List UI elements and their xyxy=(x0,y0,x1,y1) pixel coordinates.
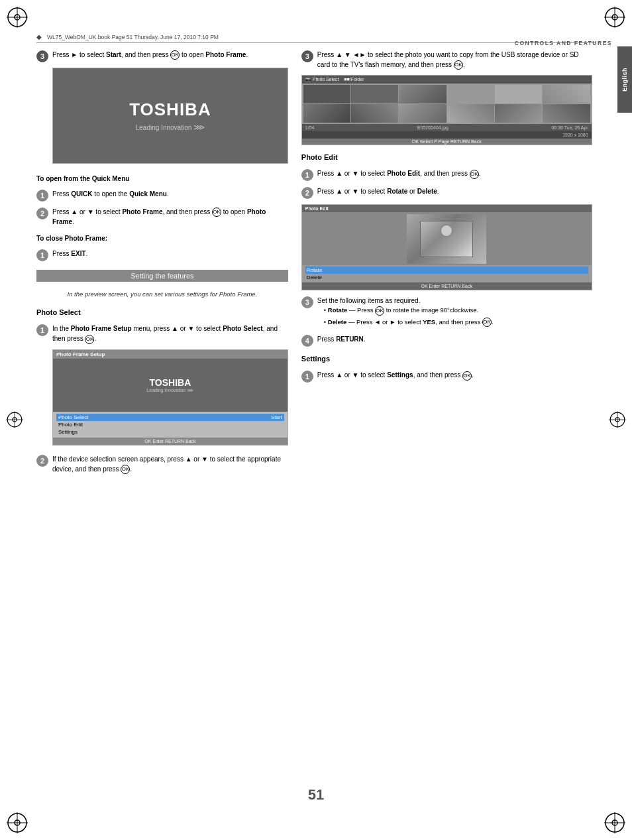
toshiba-tagline: Leading Innovation ⋙ xyxy=(136,123,205,132)
pe-footer: OK Enter RETURN Back xyxy=(302,282,592,290)
pe-bullet-rotate: • Rotate — Press OK to rotate the image … xyxy=(324,306,592,315)
filename-text: WL75_WebOM_UK.book Page 51 Thursday, Jun… xyxy=(47,34,219,40)
step-3-text: Press ► to select Start, and then press … xyxy=(52,50,288,60)
ps-step-1-text: In the Photo Frame Setup menu, press ▲ o… xyxy=(52,324,288,343)
screenshot-footer: OK Enter RETURN Back xyxy=(53,438,288,445)
controls-and-features-label: CONTROLS AND FEATURES xyxy=(515,40,612,46)
ps-cell-5 xyxy=(495,85,542,103)
close-heading: To close Photo Frame: xyxy=(36,235,288,242)
pe-step-num-1: 1 xyxy=(301,169,313,181)
right-step-num-3: 3 xyxy=(301,50,313,62)
screenshot-toshiba-area: TOSHIBA Leading Innovation ⋙ xyxy=(53,359,288,412)
ps-step-num-1: 1 xyxy=(36,324,48,336)
menu-item-photo-edit: Photo Edit xyxy=(56,421,284,428)
qm-step-1-text: Press QUICK to open the Quick Menu. xyxy=(52,189,288,199)
ps-cell-7 xyxy=(303,104,350,123)
ps-screenshot-title: 📷 Photo Select ■■/Folder xyxy=(302,76,592,84)
ps-footer: OK Select P Page RETURN Back xyxy=(302,139,592,145)
settings-step-1-text: Press ▲ or ▼ to select Settings, and the… xyxy=(317,370,592,380)
ps-step-num-2: 2 xyxy=(36,455,48,467)
qm-step-num-1: 1 xyxy=(36,190,48,202)
pe-menu-rotate: Rotate xyxy=(305,267,588,274)
step-number-3: 3 xyxy=(36,50,48,62)
photo-edit-heading: Photo Edit xyxy=(301,153,592,161)
screenshot-toshiba-tagline: Leading Innovation ⋙ xyxy=(146,388,193,393)
corner-mark-tl xyxy=(5,5,29,29)
ps-step-2: 2 If the device selection screen appears… xyxy=(36,454,288,474)
pe-step-3: 3 Set the following items as required. •… xyxy=(301,296,592,329)
pe-step-num-4: 4 xyxy=(301,335,313,347)
photo-frame-setup-screenshot: Photo Frame Setup TOSHIBA Leading Innova… xyxy=(52,349,288,446)
ps-res-bar: 1920 x 1080 xyxy=(302,131,592,139)
menu-item-settings: Settings xyxy=(56,428,284,436)
screenshot-menu: Photo SelectStart Photo Edit Settings xyxy=(53,412,288,438)
ps-cell-2 xyxy=(351,85,398,103)
ps-info-bar: 1/54 E05265464.jpg 06:36 Tue, 26 Apr xyxy=(302,124,592,131)
screenshot-title: Photo Frame Setup xyxy=(53,350,288,359)
qm-step-2: 2 Press ▲ or ▼ to select Photo Frame, an… xyxy=(36,207,288,227)
close-step-1: 1 Press EXIT. xyxy=(36,249,288,261)
ps-cell-9 xyxy=(399,104,446,123)
pe-photo-thumbnail xyxy=(407,214,486,264)
toshiba-logo-text: TOSHIBA xyxy=(129,99,211,120)
pe-step-2: 2 Press ▲ or ▼ to select Rotate or Delet… xyxy=(301,186,592,199)
pe-menu: Rotate Delete xyxy=(302,265,592,282)
pe-step-3-text: Set the following items as required. • R… xyxy=(317,296,592,329)
toshiba-logo-box: TOSHIBA Leading Innovation ⋙ xyxy=(52,68,288,164)
pe-bullet-list: • Rotate — Press OK to rotate the image … xyxy=(324,306,592,327)
settings-step-num-1: 1 xyxy=(301,371,313,383)
setting-features-band: Setting the features xyxy=(36,270,288,282)
pe-screenshot-title: Photo Edit xyxy=(302,205,592,212)
ps-cell-11 xyxy=(495,104,542,123)
quick-menu-heading: To open from the Quick Menu xyxy=(36,175,288,182)
diamond-icon: ◆ xyxy=(36,33,42,40)
pe-image-area xyxy=(302,212,592,265)
side-mark-left xyxy=(5,410,24,430)
ps-step-1: 1 In the Photo Frame Setup menu, press ▲… xyxy=(36,324,288,343)
ps-cell-4 xyxy=(447,85,494,103)
pe-bullet-delete: • Delete — Press ◄ or ► to select YES, a… xyxy=(324,318,592,327)
ps-photo-grid xyxy=(302,84,592,124)
camera-icon: 📷 xyxy=(305,77,313,82)
settings-heading: Settings xyxy=(301,355,592,363)
ps-cell-1 xyxy=(303,85,350,103)
pe-step-2-text: Press ▲ or ▼ to select Rotate or Delete. xyxy=(317,186,592,196)
side-mark-right xyxy=(608,410,627,430)
pe-step-1-text: Press ▲ or ▼ to select Photo Edit, and t… xyxy=(317,168,592,178)
qm-step-num-2: 2 xyxy=(36,208,48,219)
italic-note: In the preview screen, you can set vario… xyxy=(36,290,288,298)
ps-cell-8 xyxy=(351,104,398,123)
pe-step-num-2: 2 xyxy=(301,187,313,199)
ps-cell-10 xyxy=(447,104,494,123)
ps-step-2-text: If the device selection screen appears, … xyxy=(52,454,288,474)
ps-cell-3 xyxy=(399,85,446,103)
settings-step-1: 1 Press ▲ or ▼ to select Settings, and t… xyxy=(301,370,592,383)
photo-select-screenshot: 📷 Photo Select ■■/Folder 1/ xyxy=(301,75,592,145)
close-step-1-text: Press EXIT. xyxy=(52,249,288,259)
toshiba-arrows-icon: ⋙ xyxy=(193,123,205,132)
screenshot-toshiba-logo: TOSHIBA xyxy=(150,377,191,388)
photo-edit-screenshot: Photo Edit Rotate Delete OK Enter RETURN… xyxy=(301,204,592,290)
pe-step-4: 4 Press RETURN. xyxy=(301,334,592,347)
corner-mark-bl xyxy=(5,811,29,835)
close-step-num-1: 1 xyxy=(36,249,48,261)
menu-item-photo-select: Photo SelectStart xyxy=(56,414,284,421)
corner-mark-tr xyxy=(603,5,627,29)
corner-mark-br xyxy=(603,811,627,835)
qm-step-1: 1 Press QUICK to open the Quick Menu. xyxy=(36,189,288,202)
pe-step-1: 1 Press ▲ or ▼ to select Photo Edit, and… xyxy=(301,168,592,181)
pe-menu-delete: Delete xyxy=(305,274,588,281)
right-step-3: 3 Press ▲ ▼ ◄► to select the photo you w… xyxy=(301,50,592,70)
right-step-3-text: Press ▲ ▼ ◄► to select the photo you wan… xyxy=(317,50,592,70)
pe-step-4-text: Press RETURN. xyxy=(317,334,592,344)
qm-step-2-text: Press ▲ or ▼ to select Photo Frame, and … xyxy=(52,207,288,227)
right-column: 3 Press ▲ ▼ ◄► to select the photo you w… xyxy=(301,50,592,774)
english-language-tab: English xyxy=(617,46,632,113)
top-header: ◆ WL75_WebOM_UK.book Page 51 Thursday, J… xyxy=(36,33,596,43)
ps-cell-12 xyxy=(543,104,590,123)
ps-cell-6 xyxy=(543,85,590,103)
photo-select-heading: Photo Select xyxy=(36,308,288,316)
pe-step-num-3: 3 xyxy=(301,296,313,308)
main-content: 3 Press ► to select Start, and then pres… xyxy=(36,50,596,774)
page-number: 51 xyxy=(308,786,324,804)
